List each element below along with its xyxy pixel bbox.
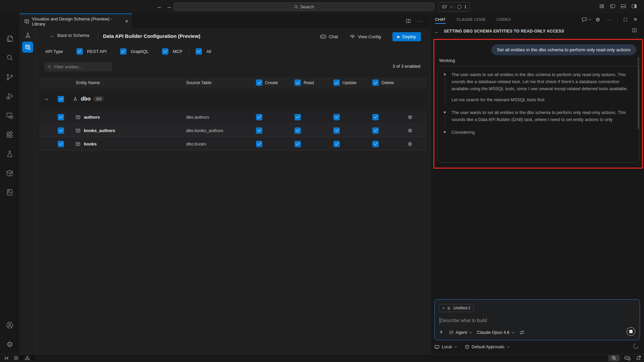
- maximize-panel-icon[interactable]: [623, 17, 628, 22]
- tab-close-icon[interactable]: ✕: [125, 19, 128, 24]
- tab-title: Visualize and Design Schema (Preview) - …: [32, 16, 122, 26]
- chat-scrollbar[interactable]: [638, 57, 639, 129]
- update-checkbox[interactable]: [333, 114, 340, 120]
- row-checkbox[interactable]: [58, 141, 64, 147]
- create-column-checkbox[interactable]: [256, 79, 262, 86]
- rest-api-checkbox[interactable]: [76, 48, 83, 55]
- create-checkbox[interactable]: [256, 114, 262, 120]
- schema-group-row[interactable]: dbo 3/3: [40, 91, 427, 107]
- session-back-icon[interactable]: ←: [434, 28, 439, 34]
- explorer-icon[interactable]: [0, 32, 19, 45]
- toggle-panel-icon[interactable]: [621, 3, 626, 9]
- chat-settings-gear-icon[interactable]: ⚙: [596, 17, 600, 22]
- attach-plus-icon[interactable]: +: [439, 329, 443, 336]
- table-row[interactable]: books_authors dbo.books_authors ⚙: [40, 124, 427, 137]
- read-checkbox[interactable]: [294, 114, 301, 120]
- add-context-icon[interactable]: +: [442, 305, 445, 311]
- chat-more-icon[interactable]: ···: [605, 17, 612, 22]
- update-column-checkbox[interactable]: [333, 79, 340, 86]
- close-panel-icon[interactable]: ✕: [633, 17, 637, 22]
- mcp-label: MCP: [173, 49, 182, 54]
- mcp-checkbox[interactable]: [162, 48, 168, 55]
- tab-claude-code[interactable]: CLAUDE CODE: [457, 13, 486, 25]
- delete-checkbox[interactable]: [372, 141, 379, 147]
- tools-sliders-icon[interactable]: [519, 330, 525, 335]
- back-to-schema-button[interactable]: ← Back to Schema: [50, 33, 89, 38]
- more-actions-icon[interactable]: ···: [417, 18, 423, 23]
- context-chip[interactable]: + Untitled-1: [439, 304, 474, 312]
- split-editor-icon[interactable]: [406, 18, 411, 24]
- remote-explorer-icon[interactable]: [0, 109, 19, 122]
- dbo-checkbox[interactable]: [58, 96, 64, 102]
- thinking-box[interactable]: The user wants to set all entities in th…: [438, 66, 639, 163]
- copilot-status-icon[interactable]: [624, 355, 631, 361]
- row-settings-gear-icon[interactable]: ⚙: [408, 128, 412, 133]
- delete-column-checkbox[interactable]: [372, 79, 379, 86]
- chat-input-box[interactable]: + Untitled-1 Describe what to build + Ag…: [434, 299, 640, 340]
- row-settings-gear-icon[interactable]: ⚙: [408, 115, 412, 120]
- tab-codex[interactable]: CODEX: [497, 13, 511, 25]
- view-config-button[interactable]: View Config: [350, 34, 381, 39]
- accounts-icon[interactable]: [0, 318, 19, 332]
- run-debug-icon[interactable]: [0, 89, 19, 103]
- read-checkbox[interactable]: [294, 141, 301, 147]
- search-icon: [294, 5, 298, 9]
- toggle-secondary-sidebar-icon[interactable]: [631, 3, 637, 9]
- zoom-status-button[interactable]: [608, 355, 620, 361]
- table-icon: [75, 128, 80, 133]
- remote-indicator-icon[interactable]: [4, 356, 9, 361]
- create-checkbox[interactable]: [256, 127, 262, 134]
- status-bar: [0, 354, 644, 362]
- mode-picker[interactable]: Agent: [449, 330, 471, 335]
- row-settings-gear-icon[interactable]: ⚙: [408, 141, 412, 146]
- deploy-button[interactable]: ▶ Deploy: [392, 32, 421, 41]
- dab-config-view-button[interactable]: [22, 42, 33, 53]
- settings-gear-icon[interactable]: ⚙: [0, 338, 19, 351]
- update-checkbox[interactable]: [333, 141, 340, 147]
- editor-tab[interactable]: Visualize and Design Schema (Preview) - …: [19, 13, 132, 28]
- test-beaker-icon[interactable]: [0, 147, 19, 161]
- search-placeholder: Search: [300, 4, 314, 9]
- table-row[interactable]: books dbo.books ⚙: [40, 137, 427, 150]
- row-checkbox[interactable]: [58, 127, 64, 134]
- container-box-icon[interactable]: [0, 167, 19, 180]
- copilot-badge[interactable]: 1: [438, 2, 470, 11]
- table-row[interactable]: authors dbo.authors ⚙: [40, 111, 427, 124]
- comment-icon: [582, 17, 587, 22]
- graphql-checkbox[interactable]: [120, 48, 126, 55]
- filter-entities-input[interactable]: Filter entities...: [45, 62, 112, 71]
- thinking-item: The user wants to set all entities in th…: [443, 109, 633, 123]
- source-control-icon[interactable]: [0, 70, 19, 84]
- schema-view-icon[interactable]: [22, 32, 33, 40]
- problems-status[interactable]: 0 0: [14, 355, 35, 361]
- history-back-button[interactable]: ←: [157, 4, 162, 10]
- tab-chat[interactable]: CHAT: [435, 13, 446, 25]
- create-checkbox[interactable]: [256, 141, 262, 147]
- chat-button[interactable]: Chat: [320, 34, 338, 39]
- database-project-icon[interactable]: [0, 186, 19, 199]
- search-view-icon[interactable]: [0, 51, 19, 64]
- delete-checkbox[interactable]: [372, 114, 379, 120]
- new-chat-button[interactable]: [582, 17, 590, 22]
- all-checkbox[interactable]: [196, 48, 202, 55]
- divider: [189, 48, 189, 55]
- read-checkbox[interactable]: [294, 127, 301, 134]
- read-column-checkbox[interactable]: [294, 79, 301, 86]
- warning-icon: [25, 356, 30, 360]
- environment-picker[interactable]: Local: [434, 345, 456, 349]
- toggle-sidebar-icon[interactable]: [610, 3, 615, 9]
- extensions-icon[interactable]: [0, 128, 19, 141]
- approvals-picker[interactable]: Default Approvals: [465, 345, 509, 350]
- history-forward-button[interactable]: →: [166, 4, 172, 10]
- notifications-bell-icon[interactable]: [636, 355, 641, 361]
- environment-label: Local: [442, 345, 452, 349]
- customize-layout-icon[interactable]: [599, 3, 605, 9]
- stop-button[interactable]: [627, 327, 635, 336]
- delete-checkbox[interactable]: [372, 127, 379, 134]
- expand-chevron-icon[interactable]: [45, 98, 48, 100]
- command-center-search[interactable]: Search: [173, 2, 434, 11]
- update-checkbox[interactable]: [333, 127, 340, 134]
- row-checkbox[interactable]: [58, 114, 64, 120]
- open-session-editor-icon[interactable]: [632, 27, 637, 33]
- model-picker[interactable]: Claude Opus 4.6: [477, 330, 514, 335]
